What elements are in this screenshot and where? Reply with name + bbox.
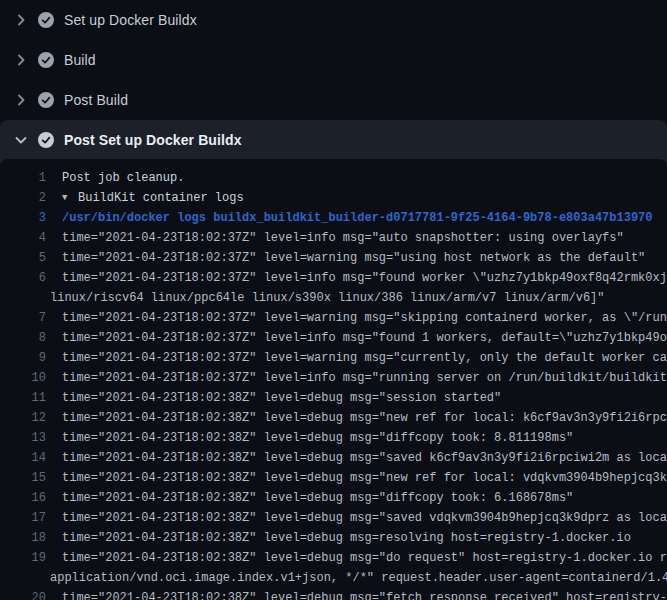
log-line: 18 time="2021-04-23T18:02:38Z" level=deb… — [0, 528, 667, 548]
line-number[interactable]: 4 — [0, 228, 46, 248]
expanded-step: Post Set up Docker Buildx 1 Post job cle… — [0, 120, 667, 600]
line-number[interactable]: 12 — [0, 408, 46, 428]
log-text: time="2021-04-23T18:02:37Z" level=info m… — [62, 368, 667, 388]
log-group-toggle-icon[interactable]: ▼ — [62, 188, 78, 208]
chevron-right-icon — [13, 92, 29, 108]
log-text: Post job cleanup. — [62, 168, 184, 188]
line-number[interactable]: 20 — [0, 588, 46, 600]
log-line: 12 time="2021-04-23T18:02:38Z" level=deb… — [0, 408, 667, 428]
line-number[interactable]: 9 — [0, 348, 46, 368]
log-text: time="2021-04-23T18:02:37Z" level=warnin… — [62, 348, 667, 368]
success-check-icon — [38, 52, 54, 68]
log-line: 4 time="2021-04-23T18:02:37Z" level=info… — [0, 228, 667, 248]
expanded-step-header[interactable]: Post Set up Docker Buildx — [0, 120, 667, 159]
log-line: 6 time="2021-04-23T18:02:37Z" level=info… — [0, 268, 667, 288]
log-line: 7 time="2021-04-23T18:02:37Z" level=warn… — [0, 308, 667, 328]
line-number[interactable]: 10 — [0, 368, 46, 388]
log-text: time="2021-04-23T18:02:37Z" level=info m… — [62, 228, 624, 248]
log-text: BuildKit container logs — [78, 188, 244, 208]
line-number[interactable]: 8 — [0, 328, 46, 348]
chevron-down-icon — [13, 132, 29, 148]
success-check-icon — [38, 12, 54, 28]
log-line: 15 time="2021-04-23T18:02:38Z" level=deb… — [0, 468, 667, 488]
log-text: time="2021-04-23T18:02:38Z" level=debug … — [62, 448, 667, 468]
log-line: 9 time="2021-04-23T18:02:37Z" level=warn… — [0, 348, 667, 368]
log-line: application/vnd.oci.image.index.v1+json,… — [0, 568, 667, 588]
step-label: Post Set up Docker Buildx — [64, 132, 242, 148]
log-line: 20 time="2021-04-23T18:02:38Z" level=deb… — [0, 588, 667, 600]
line-number[interactable]: 15 — [0, 468, 46, 488]
log-line: 8 time="2021-04-23T18:02:37Z" level=info… — [0, 328, 667, 348]
log-text: time="2021-04-23T18:02:38Z" level=debug … — [62, 408, 667, 428]
line-number[interactable]: 13 — [0, 428, 46, 448]
step-label: Post Build — [64, 92, 128, 108]
chevron-right-icon — [13, 52, 29, 68]
log-text: time="2021-04-23T18:02:37Z" level=info m… — [62, 328, 667, 348]
step-row-0[interactable]: Set up Docker Buildx — [0, 0, 667, 40]
step-label: Set up Docker Buildx — [64, 12, 197, 28]
steps-list: Set up Docker Buildx Build Post Build — [0, 0, 667, 120]
log-text: time="2021-04-23T18:02:37Z" level=warnin… — [62, 248, 645, 268]
log-text: time="2021-04-23T18:02:38Z" level=debug … — [62, 428, 573, 448]
line-number[interactable]: 7 — [0, 308, 46, 328]
success-check-icon — [38, 92, 54, 108]
line-number[interactable]: 14 — [0, 448, 46, 468]
log-line: 2 ▼ BuildKit container logs — [0, 188, 667, 208]
log-text: time="2021-04-23T18:02:38Z" level=debug … — [62, 588, 667, 600]
actions-log-viewer: Set up Docker Buildx Build Post Build — [0, 0, 667, 600]
log-line: 14 time="2021-04-23T18:02:38Z" level=deb… — [0, 448, 667, 468]
log-line: 17 time="2021-04-23T18:02:38Z" level=deb… — [0, 508, 667, 528]
log-line: 3 /usr/bin/docker logs buildx_buildkit_b… — [0, 208, 667, 228]
log-text: time="2021-04-23T18:02:38Z" level=debug … — [62, 528, 631, 548]
log-text: time="2021-04-23T18:02:38Z" level=debug … — [62, 548, 667, 568]
log-text: application/vnd.oci.image.index.v1+json,… — [50, 568, 667, 588]
log-text: time="2021-04-23T18:02:37Z" level=warnin… — [62, 308, 667, 328]
line-number[interactable]: 17 — [0, 508, 46, 528]
log-line: 1 Post job cleanup. — [0, 168, 667, 188]
log-text: /usr/bin/docker logs buildx_buildkit_bui… — [62, 208, 653, 228]
chevron-right-icon — [13, 12, 29, 28]
line-number[interactable]: 16 — [0, 488, 46, 508]
log-text: time="2021-04-23T18:02:37Z" level=info m… — [62, 268, 667, 288]
log-text: time="2021-04-23T18:02:38Z" level=debug … — [62, 488, 573, 508]
log-text: time="2021-04-23T18:02:38Z" level=debug … — [62, 388, 501, 408]
line-number[interactable]: 2 — [0, 188, 46, 208]
log-text: time="2021-04-23T18:02:38Z" level=debug … — [62, 468, 667, 488]
line-number[interactable]: 11 — [0, 388, 46, 408]
log-line: linux/riscv64 linux/ppc64le linux/s390x … — [0, 288, 667, 308]
line-number[interactable]: 19 — [0, 548, 46, 568]
log-area[interactable]: 1 Post job cleanup. 2 ▼ BuildKit contain… — [0, 159, 667, 600]
line-number[interactable]: 5 — [0, 248, 46, 268]
log-line: 19 time="2021-04-23T18:02:38Z" level=deb… — [0, 548, 667, 568]
log-line: 11 time="2021-04-23T18:02:38Z" level=deb… — [0, 388, 667, 408]
log-text: linux/riscv64 linux/ppc64le linux/s390x … — [50, 288, 605, 308]
step-label: Build — [64, 52, 96, 68]
line-number[interactable]: 1 — [0, 168, 46, 188]
log-line: 16 time="2021-04-23T18:02:38Z" level=deb… — [0, 488, 667, 508]
line-number[interactable]: 6 — [0, 268, 46, 288]
line-number[interactable]: 18 — [0, 528, 46, 548]
log-line: 10 time="2021-04-23T18:02:37Z" level=inf… — [0, 368, 667, 388]
success-check-icon — [38, 132, 54, 148]
log-text: time="2021-04-23T18:02:38Z" level=debug … — [62, 508, 667, 528]
line-number[interactable]: 3 — [0, 208, 46, 228]
log-line: 13 time="2021-04-23T18:02:38Z" level=deb… — [0, 428, 667, 448]
step-row-1[interactable]: Build — [0, 40, 667, 80]
log-line: 5 time="2021-04-23T18:02:37Z" level=warn… — [0, 248, 667, 268]
step-row-2[interactable]: Post Build — [0, 80, 667, 120]
